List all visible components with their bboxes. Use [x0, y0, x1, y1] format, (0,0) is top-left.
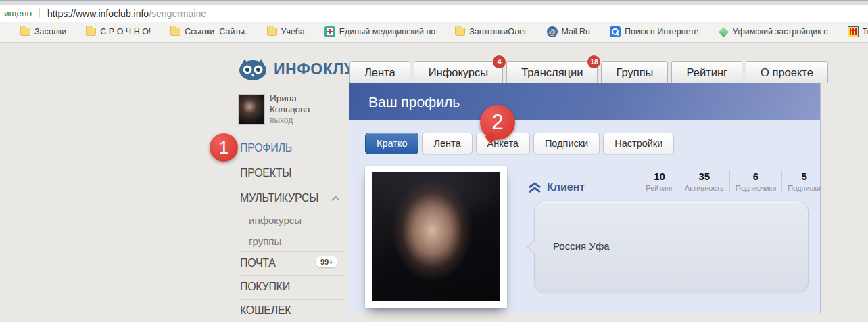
stat-value: 6	[736, 170, 777, 182]
stat-rating: 10 Рейтинг	[640, 170, 679, 192]
search-icon	[610, 26, 621, 37]
sidebar-divider	[239, 187, 344, 187]
sidebar-divider	[239, 275, 344, 276]
profile-stats: 10 Рейтинг 35 Активность 6 Подписчики 5 …	[640, 170, 826, 192]
rank-chevrons-icon	[528, 182, 541, 193]
stat-activity: 35 Активность	[679, 170, 729, 192]
tab-label: Группы	[616, 66, 653, 78]
stat-followers: 6 Подписчики	[729, 170, 782, 192]
bookmark-label: Уфимский застройщик с	[733, 27, 828, 37]
bookmark-med[interactable]: Единый медицинский по	[324, 26, 435, 37]
tab-groups[interactable]: Группы	[601, 61, 668, 83]
role-label: Клиент	[547, 181, 585, 193]
bookmark-label: Ссылки .Сайты.	[185, 27, 247, 37]
tab-label: Инфокурсы	[429, 66, 488, 78]
sidebar-item-purchases[interactable]: ПОКУПКИ	[240, 281, 290, 293]
annotation-marker-2: 2	[480, 105, 515, 140]
mailru-at-icon: @	[547, 26, 558, 37]
stat-value: 10	[646, 170, 673, 182]
page-title: Ваш профиль	[368, 94, 460, 110]
tab-label: Рейтинг	[686, 66, 727, 78]
stat-value: 5	[788, 170, 821, 182]
main-tab-bar: Лента Инфокурсы4 Трансляции18 Группы Рей…	[349, 61, 828, 83]
bookmark-ssylki[interactable]: Ссылки .Сайты.	[170, 27, 247, 37]
annotation-marker-1: 1	[210, 133, 238, 162]
stat-label: Подписки	[788, 184, 821, 192]
bookmark-search[interactable]: Поиск в Интернете	[610, 26, 699, 37]
stat-label: Активность	[685, 184, 724, 192]
profile-header-bar: Ваш профиль	[349, 83, 820, 120]
subtab-kratko[interactable]: Кратко	[365, 133, 418, 154]
profile-subtab-bar: Кратко Лента Анкета Подписки Настройки	[365, 133, 674, 154]
sidebar-divider	[239, 162, 344, 162]
tab-about[interactable]: О проекте	[746, 61, 828, 83]
sidebar-item-multicourses[interactable]: МУЛЬТИКУРСЫ	[240, 192, 318, 204]
bookmark-ufa-dev[interactable]: Уфимский застройщик с	[719, 27, 828, 37]
sidebar-item-profile[interactable]: ПРОФИЛЬ	[240, 142, 292, 154]
stat-label: Подписчики	[736, 184, 777, 192]
notification-badge: 18	[587, 55, 600, 68]
folder-icon	[170, 28, 180, 36]
subtab-lenta[interactable]: Лента	[422, 133, 472, 154]
user-role: Клиент	[528, 181, 585, 193]
subtab-nastroiki[interactable]: Настройки	[603, 133, 674, 154]
user-last-name: Кольцова	[270, 104, 310, 115]
tab-label: Трансляции	[521, 66, 583, 78]
yoga-site-icon	[848, 26, 859, 37]
bookmark-ucheba[interactable]: Учеба	[267, 27, 305, 37]
address-divider	[39, 8, 40, 18]
stat-value: 35	[685, 170, 724, 182]
user-first-name: Ирина	[270, 93, 310, 104]
stat-subscriptions: 5 Подписки	[781, 170, 826, 192]
bookmark-label: Поиск в Интернете	[625, 27, 699, 37]
stat-label: Рейтинг	[646, 184, 673, 192]
tab-label: О проекте	[761, 66, 813, 78]
user-avatar[interactable]	[238, 94, 265, 125]
bookmark-srochno[interactable]: С Р О Ч Н О!	[86, 27, 151, 37]
diamond-icon	[718, 26, 729, 37]
url-path: /sengermaine	[149, 8, 206, 19]
bookmark-zasolki[interactable]: Засолки	[20, 27, 66, 37]
address-bar[interactable]: ищено https://www.infoclub.info/sengerma…	[0, 5, 868, 22]
profile-photo[interactable]	[365, 166, 507, 308]
infoclub-logo[interactable]: ИНФОКЛУБ	[237, 57, 366, 81]
url-domain: https://www.infoclub.info	[47, 8, 149, 19]
bookmark-label: Mail.Ru	[562, 27, 590, 37]
folder-icon	[20, 28, 30, 36]
sidebar-item-infocourses[interactable]: инфокурсы	[249, 214, 302, 226]
bookmark-zagotovki[interactable]: ЗаготовкиОлег	[455, 27, 527, 37]
sidebar-item-groups[interactable]: группы	[249, 235, 281, 247]
tab-infocourses[interactable]: Инфокурсы4	[414, 61, 503, 83]
sidebar-divider	[239, 137, 344, 137]
sidebar-item-projects[interactable]: ПРОЕКТЫ	[240, 167, 291, 179]
subtab-podpiski[interactable]: Подписки	[533, 133, 600, 154]
bookmarks-bar: Засолки С Р О Ч Н О! Ссылки .Сайты. Учеб…	[0, 22, 868, 43]
sidebar-item-mail[interactable]: ПОЧТА	[240, 257, 276, 269]
bookmark-label: Твоя Йога. Практика: Вы	[863, 27, 868, 37]
bookmark-mailru[interactable]: @ Mail.Ru	[547, 26, 590, 37]
tab-translations[interactable]: Трансляции18	[506, 61, 598, 83]
chevron-up-icon[interactable]	[331, 196, 340, 204]
profile-photo-image	[372, 172, 500, 301]
security-label[interactable]: ищено	[4, 8, 32, 18]
bookmark-yoga[interactable]: Твоя Йога. Практика: Вы	[848, 26, 868, 37]
bookmark-label: С Р О Ч Н О!	[100, 27, 151, 37]
mail-count-badge: 99+	[316, 256, 338, 267]
sidebar-divider	[239, 251, 344, 252]
screenshot-canvas: ищено https://www.infoclub.info/sengerma…	[0, 0, 868, 322]
url-text[interactable]: https://www.infoclub.info/sengermaine	[47, 8, 206, 19]
sidebar-item-wallet[interactable]: КОШЕЛЕК	[240, 304, 291, 317]
bookmark-label: ЗаготовкиОлег	[469, 27, 527, 37]
sidebar-divider	[239, 321, 344, 321]
folder-icon	[455, 28, 465, 36]
folder-icon	[86, 28, 96, 36]
tab-lenta[interactable]: Лента	[349, 61, 410, 83]
tab-label: Лента	[364, 66, 395, 78]
folder-icon	[267, 28, 277, 36]
owl-logo-icon	[237, 57, 268, 81]
logout-link[interactable]: выход	[270, 116, 293, 125]
tab-rating[interactable]: Рейтинг	[671, 61, 742, 83]
notification-badge: 4	[493, 55, 506, 68]
user-name[interactable]: Ирина Кольцова	[270, 93, 310, 115]
bookmark-label: Единый медицинский по	[339, 27, 435, 37]
